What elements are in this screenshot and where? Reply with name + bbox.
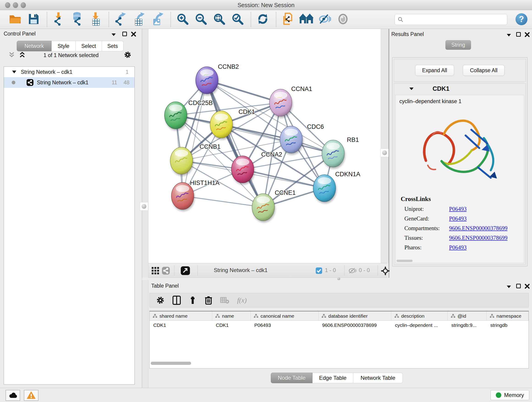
tab-select[interactable]: Select bbox=[76, 41, 102, 51]
toolbar-separator bbox=[276, 12, 276, 27]
delete-column-icon[interactable] bbox=[205, 296, 212, 305]
float-panel-icon[interactable] bbox=[122, 32, 127, 36]
memory-status-dot bbox=[496, 392, 501, 398]
network-row-selected[interactable]: String Network – cdk1 11 48 bbox=[4, 77, 134, 88]
column-header-database-identifier[interactable]: database identifier bbox=[318, 312, 391, 320]
network-options-gear-icon[interactable] bbox=[124, 51, 132, 59]
tree-expander-icon[interactable] bbox=[12, 70, 17, 74]
results-scrollbar-thumb[interactable] bbox=[397, 260, 413, 262]
export-network-button[interactable] bbox=[114, 12, 128, 27]
network-node-hist1h1a[interactable] bbox=[171, 182, 195, 211]
network-node-cdc6[interactable] bbox=[280, 126, 303, 155]
network-canvas[interactable]: CCNB2CCNA1CDC25BCDK1CDC6RB1CCNB1CCNA2CDK… bbox=[148, 29, 381, 263]
table-options-gear-icon[interactable] bbox=[156, 296, 165, 305]
export-image-button[interactable] bbox=[150, 12, 165, 27]
network-node-rb1[interactable] bbox=[322, 140, 345, 169]
column-header-name[interactable]: name bbox=[212, 312, 251, 320]
export-table-button[interactable] bbox=[132, 12, 146, 27]
crosslink-link[interactable]: P06493 bbox=[449, 244, 467, 251]
crosslink-link[interactable]: 9606.ENSP00000378699 bbox=[449, 225, 507, 231]
close-panel-icon[interactable] bbox=[131, 32, 136, 37]
network-view-toolbar: String Network – cdk1 1 - 0 0 - 0 bbox=[148, 263, 387, 278]
results-buttons-row: Expand All Collapse All bbox=[394, 59, 526, 82]
table-row[interactable]: CDK1CDK1P064939606.ENSP00000378699cyclin… bbox=[150, 321, 529, 330]
float-panel-icon[interactable] bbox=[516, 32, 521, 37]
table-hscrollbar[interactable] bbox=[151, 362, 526, 365]
float-panel-icon[interactable] bbox=[516, 284, 521, 288]
network-node-ccne1[interactable] bbox=[252, 194, 275, 222]
search-box[interactable] bbox=[394, 14, 507, 25]
tab-network-table[interactable]: Network Table bbox=[353, 373, 403, 383]
network-node-cdkn1a[interactable] bbox=[313, 175, 336, 203]
warnings-button[interactable] bbox=[24, 390, 38, 401]
node-count: 11 bbox=[112, 80, 117, 86]
column-header-canonical-name[interactable]: canonical name bbox=[251, 312, 318, 320]
tab-sets[interactable]: Sets bbox=[102, 41, 123, 51]
network-node-ccnb2[interactable] bbox=[196, 67, 219, 95]
network-node-cdk1[interactable] bbox=[210, 111, 233, 140]
horizontal-splitter[interactable] bbox=[142, 278, 532, 280]
expand-all-button[interactable]: Expand All bbox=[415, 65, 454, 76]
import-table-button[interactable] bbox=[89, 12, 103, 27]
zoom-in-button[interactable] bbox=[176, 12, 190, 27]
gene-section-header[interactable]: CDK1 bbox=[394, 83, 526, 94]
save-session-button[interactable] bbox=[27, 12, 41, 27]
string-view-icon[interactable] bbox=[162, 267, 170, 275]
network-edge[interactable] bbox=[183, 196, 263, 207]
cloud-status-button[interactable] bbox=[6, 390, 20, 401]
tab-string[interactable]: String bbox=[445, 40, 471, 50]
column-header-namespace[interactable]: namespace bbox=[487, 312, 529, 320]
zoom-out-icon bbox=[195, 13, 207, 26]
right-splitter[interactable] bbox=[381, 29, 389, 263]
birds-eye-view-icon[interactable] bbox=[381, 266, 390, 275]
node-table[interactable]: shared namenamecanonical namedatabase id… bbox=[149, 311, 529, 369]
import-network-file-button[interactable] bbox=[52, 12, 66, 27]
tab-node-table[interactable]: Node Table bbox=[271, 373, 312, 383]
panel-menu-icon[interactable] bbox=[506, 33, 512, 37]
panel-menu-icon[interactable] bbox=[111, 32, 116, 37]
table-hscrollbar-thumb[interactable] bbox=[151, 362, 191, 365]
apply-layout-button[interactable] bbox=[256, 12, 270, 27]
zoom-fit-button[interactable] bbox=[212, 12, 226, 27]
collapse-section-icon[interactable] bbox=[409, 87, 414, 91]
crosslink-row: Compartments:9606.ENSP00000378699 bbox=[401, 225, 507, 231]
right-splitter-handle[interactable] bbox=[380, 148, 389, 157]
tab-network[interactable]: Network bbox=[17, 41, 51, 51]
network-node-ccnb1[interactable] bbox=[170, 147, 193, 176]
import-network-database-button[interactable] bbox=[70, 12, 84, 27]
zoom-selected-button[interactable] bbox=[230, 12, 245, 27]
help-button[interactable]: ? bbox=[515, 13, 527, 25]
open-session-button[interactable] bbox=[8, 12, 22, 27]
close-panel-icon[interactable] bbox=[525, 32, 530, 37]
tab-style[interactable]: Style bbox=[51, 41, 76, 51]
zoom-in-icon bbox=[177, 13, 189, 26]
selected-checkbox-icon[interactable] bbox=[316, 267, 322, 274]
network-node-ccna2[interactable] bbox=[231, 156, 254, 185]
create-column-icon[interactable] bbox=[189, 296, 197, 304]
panel-menu-icon[interactable] bbox=[506, 285, 512, 289]
open-in-window-icon[interactable] bbox=[181, 266, 190, 275]
hide-selected-button[interactable] bbox=[317, 12, 332, 27]
collapse-all-button[interactable]: Collapse All bbox=[463, 65, 505, 76]
grid-view-icon[interactable] bbox=[151, 267, 159, 275]
network-collection-row[interactable]: String Network – cdk1 1 bbox=[4, 67, 134, 77]
show-columns-icon[interactable] bbox=[172, 296, 181, 305]
tab-edge-table[interactable]: Edge Table bbox=[312, 373, 353, 383]
crosslink-link[interactable]: 9606.ENSP00000378699 bbox=[449, 235, 507, 241]
close-panel-icon[interactable] bbox=[525, 284, 530, 289]
first-neighbors-button[interactable] bbox=[299, 12, 313, 27]
left-splitter-handle[interactable] bbox=[140, 202, 148, 211]
search-input[interactable] bbox=[404, 16, 507, 23]
network-node-ccna1[interactable] bbox=[269, 89, 293, 118]
column-header--id[interactable]: @id bbox=[448, 312, 487, 320]
zoom-out-button[interactable] bbox=[194, 12, 208, 27]
network-edge[interactable] bbox=[243, 169, 324, 188]
crosslink-label: Pharos: bbox=[404, 244, 449, 251]
crosslink-link[interactable]: P06493 bbox=[449, 206, 467, 212]
memory-button[interactable]: Memory bbox=[491, 390, 529, 400]
clone-network-button[interactable] bbox=[281, 12, 295, 27]
column-header-shared-name[interactable]: shared name bbox=[150, 312, 212, 320]
show-all-button[interactable] bbox=[336, 12, 350, 27]
column-header-description[interactable]: description bbox=[391, 312, 448, 320]
crosslink-link[interactable]: P06493 bbox=[449, 216, 467, 222]
